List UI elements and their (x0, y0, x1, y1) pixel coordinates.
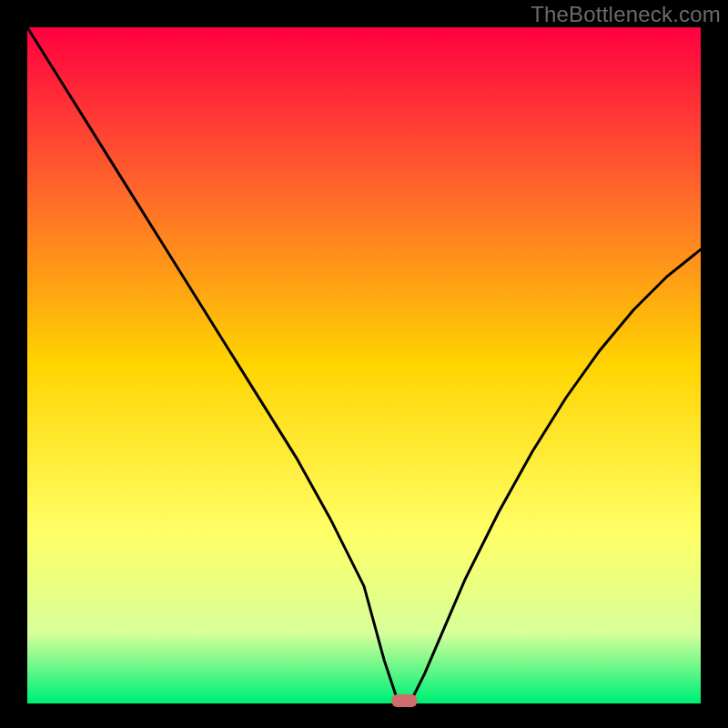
plot-background (27, 27, 701, 701)
bottleneck-chart: TheBottleneck.com (0, 0, 728, 728)
watermark-text: TheBottleneck.com (531, 2, 721, 27)
chart-svg (0, 0, 728, 728)
optimal-marker (391, 694, 417, 707)
